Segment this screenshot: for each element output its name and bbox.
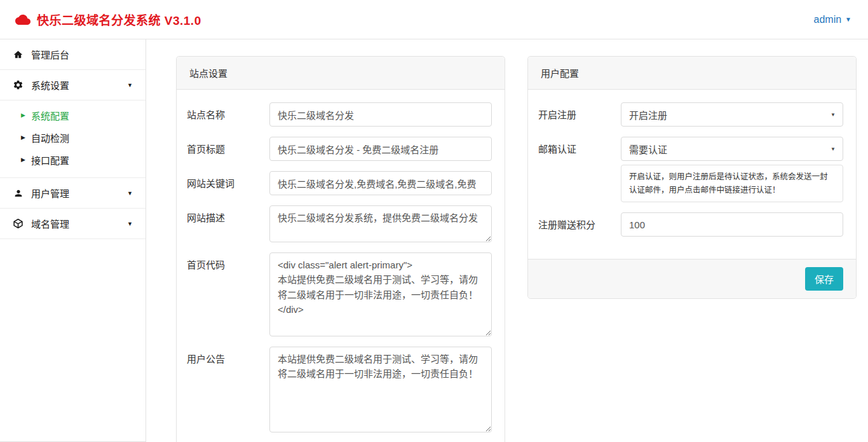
app-title: 快乐二级域名分发系统 V3.1.0 [37, 11, 201, 28]
sidebar-item-dashboard[interactable]: 管理后台 [0, 39, 146, 70]
sidebar: 管理后台 系统设置 ▼ ▶ 系统配置 ▶ 自动检测 ▶ 接口配置 [0, 39, 146, 442]
email-auth-select[interactable]: 需要认证 ▼ [621, 137, 843, 161]
announcement-label: 用户公告 [187, 347, 269, 432]
caret-down-icon: ▼ [127, 190, 133, 197]
keywords-input[interactable] [269, 171, 492, 195]
home-title-label: 首页标题 [187, 137, 269, 161]
user-config-card: 用户配置 开启注册 开启注册 ▼ 邮箱认证 需要认证 [527, 56, 857, 299]
system-settings-submenu: ▶ 系统配置 ▶ 自动检测 ▶ 接口配置 [0, 100, 146, 178]
sidebar-item-user-management[interactable]: 用户管理 ▼ [0, 178, 146, 209]
sidebar-subitem-auto-detect[interactable]: ▶ 自动检测 [0, 127, 146, 149]
select-caret-icon: ▼ [831, 146, 836, 152]
sidebar-subitem-label: 自动检测 [31, 131, 69, 144]
site-name-label: 站点名称 [187, 102, 269, 127]
site-name-input[interactable] [269, 102, 492, 127]
sidebar-item-label: 域名管理 [31, 217, 69, 230]
register-select-value: 开启注册 [629, 110, 667, 121]
user-icon [13, 188, 24, 198]
main-content: 站点设置 站点名称 首页标题 网站关键词 [146, 39, 868, 442]
register-points-label: 注册赠送积分 [538, 212, 621, 237]
sidebar-subitem-label: 接口配置 [31, 153, 69, 167]
sidebar-item-label: 管理后台 [31, 48, 69, 61]
site-settings-card: 站点设置 站点名称 首页标题 网站关键词 [176, 56, 505, 442]
description-textarea[interactable] [269, 205, 492, 242]
register-points-input[interactable] [621, 212, 843, 237]
email-auth-help: 开启认证，则用户注册后是待认证状态，系统会发送一封认证邮件，用户点击邮件中链接进… [621, 165, 843, 202]
register-select[interactable]: 开启注册 ▼ [621, 102, 843, 127]
sidebar-subitem-label: 系统配置 [31, 109, 69, 122]
gear-icon [13, 79, 24, 90]
sidebar-item-system-settings[interactable]: 系统设置 ▼ [0, 70, 146, 100]
caret-down-icon: ▼ [127, 82, 133, 88]
cloud-icon [15, 13, 31, 26]
sidebar-item-label: 用户管理 [31, 186, 69, 200]
email-auth-label: 邮箱认证 [538, 137, 621, 202]
sidebar-subitem-api-config[interactable]: ▶ 接口配置 [0, 149, 146, 171]
card-title: 站点设置 [177, 57, 505, 90]
home-code-textarea[interactable] [269, 252, 492, 336]
caret-down-icon: ▼ [127, 221, 133, 227]
keywords-label: 网站关键词 [187, 171, 269, 195]
register-label: 开启注册 [538, 102, 621, 127]
home-icon [13, 50, 24, 60]
brand: 快乐二级域名分发系统 V3.1.0 [15, 11, 201, 28]
select-caret-icon: ▼ [831, 112, 836, 118]
caret-right-icon: ▶ [21, 113, 25, 118]
user-dropdown[interactable]: admin ▼ [814, 14, 851, 25]
sidebar-item-domain-management[interactable]: 域名管理 ▼ [0, 209, 146, 239]
email-auth-select-value: 需要认证 [629, 144, 667, 155]
username: admin [814, 14, 842, 25]
description-label: 网站描述 [187, 205, 269, 242]
card-title: 用户配置 [528, 57, 856, 90]
top-header: 快乐二级域名分发系统 V3.1.0 admin ▼ [0, 0, 868, 39]
home-title-input[interactable] [269, 137, 492, 161]
home-code-label: 首页代码 [187, 252, 269, 336]
caret-right-icon: ▶ [21, 157, 25, 163]
chevron-down-icon: ▼ [845, 17, 851, 23]
card-footer: 保存 [528, 259, 856, 298]
save-button[interactable]: 保存 [805, 267, 843, 291]
sidebar-item-label: 系统设置 [31, 78, 69, 92]
caret-right-icon: ▶ [21, 135, 25, 141]
cube-icon [13, 218, 24, 229]
sidebar-subitem-system-config[interactable]: ▶ 系统配置 [0, 104, 146, 127]
announcement-textarea[interactable] [269, 347, 492, 432]
